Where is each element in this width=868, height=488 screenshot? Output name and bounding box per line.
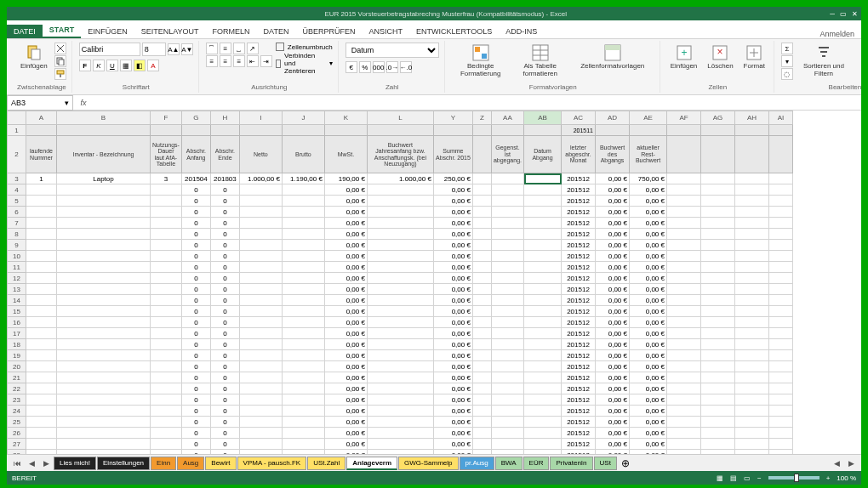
cell-AC22[interactable]: 201512 <box>562 383 596 394</box>
cell-AH12[interactable] <box>735 273 769 284</box>
font-color-button[interactable]: A <box>147 60 159 71</box>
cell-L8[interactable] <box>367 229 433 240</box>
cell-G22[interactable]: 0 <box>181 383 210 394</box>
cell-F27[interactable] <box>151 439 182 450</box>
cell-I15[interactable] <box>239 306 282 317</box>
tab-entwicklertools[interactable]: ENTWICKLERTOOLS <box>409 25 499 38</box>
cell-AI26[interactable] <box>769 428 793 439</box>
cell-F26[interactable] <box>151 428 182 439</box>
cell-AC12[interactable]: 201512 <box>562 273 596 284</box>
cell-AH22[interactable] <box>735 383 769 394</box>
cell-AE9[interactable]: 0,00 € <box>630 240 667 251</box>
cell-J16[interactable] <box>282 317 324 328</box>
row-header-11[interactable]: 11 <box>8 262 26 273</box>
cell-AE4[interactable]: 0,00 € <box>630 184 667 196</box>
cell-AD15[interactable]: 0,00 € <box>596 306 630 317</box>
row-header-21[interactable]: 21 <box>8 372 26 383</box>
cell-F25[interactable] <box>151 417 182 428</box>
cell-H6[interactable]: 0 <box>210 207 239 218</box>
cell-J9[interactable] <box>282 240 324 251</box>
cell-AH18[interactable] <box>735 339 769 350</box>
cell-AI15[interactable] <box>769 306 793 317</box>
cell-F18[interactable] <box>151 339 182 350</box>
column-header-AF[interactable]: AF <box>667 111 701 125</box>
cell-AI14[interactable] <box>769 295 793 306</box>
cell-B26[interactable] <box>57 428 151 439</box>
cell-L5[interactable] <box>367 196 433 207</box>
cell-AI7[interactable] <box>769 218 793 229</box>
cell-AE18[interactable]: 0,00 € <box>630 339 667 350</box>
cell-I14[interactable] <box>239 295 282 306</box>
cell-AD23[interactable]: 0,00 € <box>596 394 630 406</box>
cell-B23[interactable] <box>57 394 151 406</box>
cell-F11[interactable] <box>151 262 182 273</box>
cell-I7[interactable] <box>239 218 282 229</box>
cell-AI22[interactable] <box>769 383 793 394</box>
cell-A13[interactable] <box>26 284 57 295</box>
cell-AD20[interactable]: 0,00 € <box>596 361 630 372</box>
cell-F13[interactable] <box>151 284 182 295</box>
cell-A18[interactable] <box>26 339 57 350</box>
cell-AH3[interactable] <box>735 173 769 184</box>
cell-Y11[interactable]: 0,00 € <box>433 262 472 273</box>
cell-AH6[interactable] <box>735 207 769 218</box>
sheet-tab-lies-mich-[interactable]: Lies mich! <box>54 457 96 470</box>
fill-color-button[interactable]: ◧ <box>134 60 146 71</box>
cell-F6[interactable] <box>151 207 182 218</box>
cell-L14[interactable] <box>367 295 433 306</box>
column-header-Z[interactable]: Z <box>472 111 491 125</box>
cell-Y19[interactable]: 0,00 € <box>433 350 472 361</box>
cell-H20[interactable]: 0 <box>210 361 239 372</box>
cell-AI27[interactable] <box>769 439 793 450</box>
cell-AB4[interactable] <box>524 184 562 196</box>
cell-AH8[interactable] <box>735 229 769 240</box>
minimize-icon[interactable]: ─ <box>830 10 835 18</box>
cell-A4[interactable] <box>26 184 57 196</box>
cell-I11[interactable] <box>239 262 282 273</box>
cell-AG11[interactable] <box>701 262 735 273</box>
cell-H10[interactable]: 0 <box>210 251 239 262</box>
cell-AH16[interactable] <box>735 317 769 328</box>
cell-F17[interactable] <box>151 328 182 339</box>
cell-AI18[interactable] <box>769 339 793 350</box>
cell-AH7[interactable] <box>735 218 769 229</box>
wrap-text-button[interactable]: Zeilenumbruch <box>276 43 333 51</box>
row-header-2[interactable]: 2 <box>8 136 26 173</box>
cell-AH17[interactable] <box>735 328 769 339</box>
cell-AC18[interactable]: 201512 <box>562 339 596 350</box>
cell-L17[interactable] <box>367 328 433 339</box>
paste-button[interactable]: Einfügen <box>17 43 51 71</box>
row-header-24[interactable]: 24 <box>8 406 26 417</box>
cell-I16[interactable] <box>239 317 282 328</box>
cell-A6[interactable] <box>26 207 57 218</box>
cell-AC25[interactable]: 201512 <box>562 417 596 428</box>
cell-AI24[interactable] <box>769 406 793 417</box>
tab-ansicht[interactable]: ANSICHT <box>362 25 409 38</box>
header-cell-H[interactable]: Abschr. Ende <box>210 136 239 173</box>
align-bottom-button[interactable]: ⎵ <box>233 43 245 54</box>
cell-AB5[interactable] <box>524 196 562 207</box>
cell[interactable] <box>433 125 472 136</box>
column-header-AG[interactable]: AG <box>701 111 735 125</box>
cell-Z11[interactable] <box>472 262 491 273</box>
cell-K23[interactable]: 0,00 € <box>324 394 367 406</box>
sheet-scroll-right[interactable]: ▶ <box>844 457 858 470</box>
cell-AF28[interactable] <box>667 450 701 455</box>
cell-H21[interactable]: 0 <box>210 372 239 383</box>
cell-AG22[interactable] <box>701 383 735 394</box>
cell-AG15[interactable] <box>701 306 735 317</box>
cell-AF25[interactable] <box>667 417 701 428</box>
row-header-26[interactable]: 26 <box>8 428 26 439</box>
cell-AG18[interactable] <box>701 339 735 350</box>
cell-AH13[interactable] <box>735 284 769 295</box>
cell-AC11[interactable]: 201512 <box>562 262 596 273</box>
cell-AD24[interactable]: 0,00 € <box>596 406 630 417</box>
cell-H5[interactable]: 0 <box>210 196 239 207</box>
cell-AA16[interactable] <box>491 317 523 328</box>
tab-ueberpruefen[interactable]: ÜBERPRÜFEN <box>295 25 362 38</box>
sheet-scroll-left[interactable]: ◀ <box>830 457 843 470</box>
cell-AD16[interactable]: 0,00 € <box>596 317 630 328</box>
cell-AB9[interactable] <box>524 240 562 251</box>
cell-AG14[interactable] <box>701 295 735 306</box>
cell-AB20[interactable] <box>524 361 562 372</box>
